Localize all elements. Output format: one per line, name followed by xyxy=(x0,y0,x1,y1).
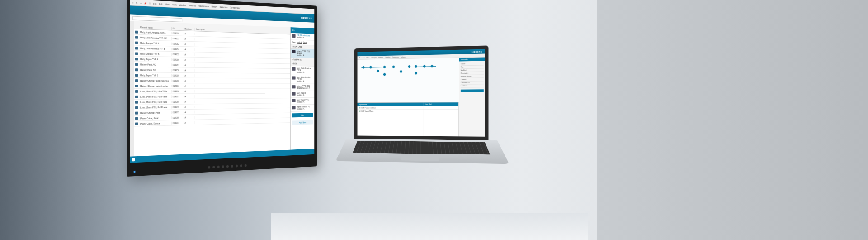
table-row[interactable]: Battery Charger Latin America014261A xyxy=(134,83,290,89)
menu-item[interactable]: Edit xyxy=(159,2,163,5)
right-panel: Add DSLR Product Line Revision: A View L… xyxy=(290,27,314,150)
monitor-button[interactable] xyxy=(208,166,210,169)
monitor-button[interactable] xyxy=(217,166,220,168)
cell-id: 014251 xyxy=(172,37,184,40)
list-item[interactable]: DSLR Product Definition xyxy=(358,106,424,110)
laptop-keyboard[interactable] xyxy=(353,141,490,154)
brand-logo: SIEMENS xyxy=(301,17,312,20)
bom-item[interactable]: Body, Type BRevision: A xyxy=(291,91,315,98)
monitor-button[interactable] xyxy=(240,164,242,167)
bom-item[interactable]: Body Travel TYP 1Revision: A xyxy=(291,98,315,105)
info-panel: Information Owner: Type: Modified: Descr… xyxy=(459,58,485,137)
panel-primary-item[interactable]: DSLR Product Line Revision: A xyxy=(291,33,315,41)
menu-item[interactable]: File xyxy=(153,2,156,5)
menu-item[interactable]: Attachments xyxy=(198,5,209,8)
table-row[interactable]: Battery Charger North America014260A xyxy=(134,78,290,84)
laptop-trackpad[interactable] xyxy=(401,154,439,161)
cell-matrix xyxy=(218,101,290,101)
cell-name: Body, Japan TYP A xyxy=(139,58,172,61)
menu-item[interactable]: Configurator xyxy=(230,6,240,9)
user-avatar-icon[interactable] xyxy=(132,158,135,161)
pin-icon[interactable]: 📌 xyxy=(144,1,147,4)
item-title: Body, Latin America TYP A/Z xyxy=(297,76,313,80)
cell-matrix xyxy=(218,71,290,72)
menu-item[interactable]: Window xyxy=(179,3,186,6)
add-button[interactable]: Add xyxy=(292,113,313,118)
tag[interactable]: Export xyxy=(303,42,307,44)
cell-description xyxy=(195,39,218,40)
menu-item[interactable]: Variants xyxy=(189,4,196,7)
cell-name: Battery Charger, Asia xyxy=(139,111,172,114)
cell-revision: A xyxy=(184,110,195,113)
bom-list: Body, North America TYP ARevision: ABody… xyxy=(291,66,315,112)
part-icon xyxy=(134,101,139,103)
panel-title: Add xyxy=(292,29,295,32)
menu-item[interactable]: Tools xyxy=(172,3,176,6)
menu-item[interactable]: View xyxy=(165,3,170,5)
list-item[interactable] xyxy=(424,110,458,113)
info-title: Information xyxy=(459,58,485,62)
col-header-revision[interactable]: Revision xyxy=(184,28,195,31)
part-icon xyxy=(292,67,296,71)
cell-revision: A xyxy=(184,116,195,119)
monitor-button[interactable] xyxy=(231,165,233,168)
toolbar-item[interactable]: Resources xyxy=(392,56,399,58)
forward-icon[interactable]: ▷ xyxy=(136,1,138,4)
monitor-button[interactable] xyxy=(236,165,238,168)
selected-item[interactable]: Battery TYPE 3011 014263 Revision: A xyxy=(291,49,315,58)
cell-name: Body, Japan TYP B xyxy=(139,74,172,77)
filter-icon[interactable]: ▽ xyxy=(149,2,151,5)
cell-id: 014252 xyxy=(172,42,184,45)
toolbar-item[interactable]: Overview xyxy=(359,57,365,58)
desk-surface xyxy=(271,213,588,240)
toolbar-item[interactable]: Actions xyxy=(401,56,406,58)
left-rail[interactable] xyxy=(130,21,134,156)
part-icon xyxy=(134,30,139,33)
laptop: SIEMENS Overview Plan Changes Variants T… xyxy=(354,45,497,181)
bom-item[interactable]: Body, North America TYP ARevision: A xyxy=(291,66,315,75)
toolbar-item[interactable]: Timeline xyxy=(385,56,391,58)
cell-id: 014260 xyxy=(172,79,184,82)
part-icon xyxy=(292,106,296,109)
cell-id: 014280 xyxy=(172,116,184,119)
menu-item[interactable]: Selection xyxy=(220,5,227,9)
cell-description xyxy=(195,122,218,122)
cell-revision: A xyxy=(184,95,195,98)
col-header-id[interactable]: ID xyxy=(172,27,184,31)
monitor-button[interactable] xyxy=(222,165,224,168)
cell-matrix xyxy=(218,50,290,52)
cell-name: Battery Pack A/C xyxy=(139,63,172,66)
monitor-button[interactable] xyxy=(226,165,229,168)
cell-id: 014259 xyxy=(172,74,184,77)
list-item[interactable] xyxy=(424,106,458,110)
monitor-button[interactable] xyxy=(212,166,215,168)
battery-icon xyxy=(292,50,296,53)
cell-description xyxy=(195,111,218,112)
cell-matrix xyxy=(218,120,290,122)
status-dot-icon xyxy=(359,107,360,109)
back-icon[interactable]: ◁ xyxy=(132,1,133,4)
toolbar-item[interactable]: Changes xyxy=(371,57,377,58)
part-icon xyxy=(134,85,139,87)
bom-item[interactable]: Battery TYPE 3001014262 Revision: A xyxy=(291,84,315,91)
home-icon[interactable]: ⌂ xyxy=(140,1,142,4)
toolbar-item[interactable]: Plan xyxy=(367,57,369,58)
monitor-button[interactable] xyxy=(245,164,247,167)
timeline-chart[interactable] xyxy=(358,58,459,103)
part-icon xyxy=(134,47,139,49)
info-action-button[interactable] xyxy=(461,89,484,92)
bom-item[interactable]: Body, Latin America TYP A/ZRevision: A xyxy=(291,75,315,84)
cell-revision: A xyxy=(184,69,195,72)
cell-description xyxy=(195,65,218,65)
tag[interactable]: Logical xyxy=(297,41,302,43)
bom-item[interactable]: Japan Travel TYP 2Revision: A xyxy=(291,105,315,112)
list-header[interactable]: Last Mod xyxy=(424,102,458,106)
add-new-button[interactable]: Add New xyxy=(292,120,313,125)
brand-logo: SIEMENS xyxy=(472,50,482,53)
cell-description xyxy=(195,44,218,44)
cell-revision: A xyxy=(184,37,195,40)
toolbar-item[interactable]: Variants xyxy=(378,56,383,58)
menu-item[interactable]: History xyxy=(212,5,217,8)
cell-name: Lens, 19mm f/2.8, Full Frame xyxy=(139,106,172,109)
list-item[interactable]: DSLR Variant Matrix xyxy=(358,110,424,113)
